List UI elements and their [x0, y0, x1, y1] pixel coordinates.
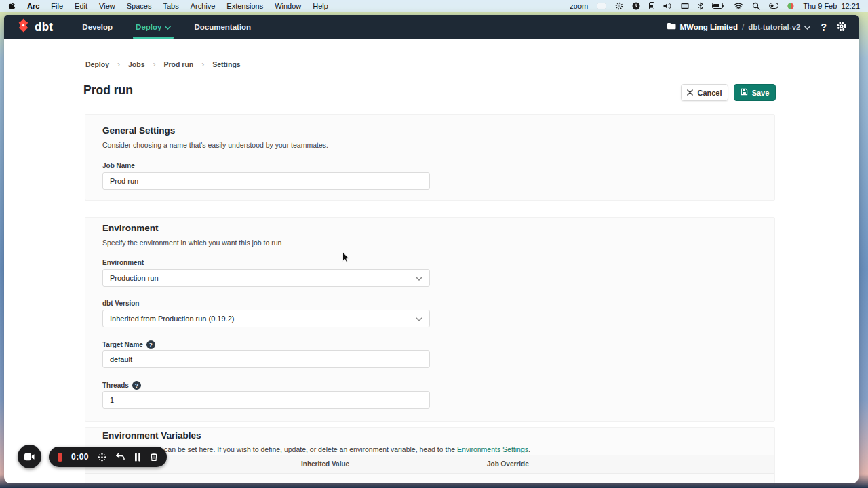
- breadcrumb-prod-run[interactable]: Prod run: [164, 60, 194, 68]
- account-project-switcher[interactable]: MWong Limited / dbt-tutorial-v2: [667, 22, 811, 31]
- account-name: MWong Limited: [680, 23, 738, 31]
- undo-icon[interactable]: [115, 453, 125, 461]
- column-header-job-override: Job Override: [487, 460, 529, 468]
- target-name-label: Target Name ?: [102, 340, 155, 349]
- camera-toggle-button[interactable]: [18, 445, 41, 468]
- job-name-input[interactable]: Prod run: [102, 172, 430, 190]
- settings-gear-icon[interactable]: [837, 22, 846, 33]
- menu-item-spaces[interactable]: Spaces: [127, 2, 152, 10]
- draw-tools-icon[interactable]: [98, 453, 106, 462]
- recording-timer: 0:00: [71, 452, 89, 462]
- nav-item-deploy[interactable]: Deploy: [124, 15, 182, 39]
- stop-recording-button[interactable]: [58, 453, 62, 462]
- general-settings-section: General Settings Consider choosing a nam…: [85, 114, 775, 201]
- chevron-down-icon: [165, 23, 171, 31]
- menu-item-window[interactable]: Window: [275, 2, 301, 10]
- page-title: Prod run: [83, 83, 133, 98]
- dbt-logo-icon: [16, 18, 31, 36]
- trash-icon[interactable]: [150, 452, 158, 462]
- x-icon: [687, 89, 693, 97]
- env-vars-table-header: Inherited Value Job Override: [85, 455, 774, 474]
- menu-item-file[interactable]: File: [51, 2, 63, 10]
- environment-select[interactable]: Production run: [102, 269, 430, 287]
- chevron-down-icon: [416, 274, 422, 282]
- section-heading: General Settings: [102, 125, 175, 136]
- bluetooth-icon[interactable]: [698, 2, 703, 10]
- stats-icon[interactable]: [649, 2, 654, 9]
- target-name-input[interactable]: default: [102, 350, 430, 368]
- breadcrumb-separator: ›: [117, 60, 120, 69]
- dbt-navbar: dbt Develop Deploy Documentation MWong L…: [4, 15, 859, 39]
- nav-item-documentation[interactable]: Documentation: [182, 15, 262, 39]
- breadcrumb: Deploy › Jobs › Prod run › Settings: [85, 60, 241, 69]
- search-icon[interactable]: [752, 2, 760, 10]
- threads-label: Threads ?: [102, 381, 141, 390]
- account-project-separator: /: [742, 23, 744, 31]
- chevron-down-icon: [416, 314, 422, 323]
- section-description: Specify the environment in which you wan…: [102, 239, 281, 247]
- breadcrumb-jobs[interactable]: Jobs: [128, 60, 145, 68]
- record-indicator-icon[interactable]: [787, 3, 794, 9]
- menu-item-tabs[interactable]: Tabs: [163, 2, 178, 10]
- environment-variables-section: Environment Variables Job-level override…: [85, 427, 775, 483]
- dbt-version-label: dbt Version: [102, 300, 139, 307]
- screen-mirroring-icon[interactable]: [597, 3, 606, 9]
- breadcrumb-separator: ›: [153, 60, 156, 69]
- folder-icon: [667, 22, 676, 31]
- breadcrumb-deploy[interactable]: Deploy: [85, 60, 109, 68]
- wifi-icon[interactable]: [734, 3, 743, 9]
- project-name: dbt-tutorial-v2: [748, 23, 800, 31]
- volume-icon[interactable]: [663, 3, 672, 9]
- menu-app-name[interactable]: Arc: [27, 2, 39, 10]
- section-description: Job-level overrides can be set here. If …: [102, 445, 530, 453]
- display-icon[interactable]: [681, 3, 689, 9]
- job-name-label: Job Name: [102, 162, 135, 169]
- menu-item-archive[interactable]: Archive: [191, 2, 216, 10]
- control-center-icon[interactable]: [769, 3, 778, 9]
- breadcrumb-settings: Settings: [212, 60, 240, 68]
- menu-clock[interactable]: Thu 9 Feb 12:21: [803, 2, 860, 10]
- threads-help-icon[interactable]: ?: [132, 381, 141, 390]
- battery-icon[interactable]: [712, 3, 725, 9]
- environment-section: Environment Specify the environment in w…: [85, 217, 775, 422]
- threads-input[interactable]: 1: [102, 391, 430, 409]
- menu-item-extensions[interactable]: Extensions: [226, 2, 263, 10]
- environments-settings-link[interactable]: Environments Settings: [457, 445, 528, 453]
- clock-icon[interactable]: [632, 2, 640, 10]
- gear-icon[interactable]: [615, 2, 623, 10]
- dbt-logo-text: dbt: [35, 20, 53, 34]
- zoom-menu-label[interactable]: zoom: [570, 2, 588, 10]
- nav-item-develop[interactable]: Develop: [71, 15, 124, 39]
- menu-item-help[interactable]: Help: [313, 2, 328, 10]
- cancel-button[interactable]: Cancel: [681, 84, 728, 101]
- save-button[interactable]: Save: [734, 84, 776, 101]
- pause-icon[interactable]: [134, 453, 141, 462]
- section-description: Consider choosing a name that's easily u…: [102, 141, 328, 149]
- browser-window: dbt Develop Deploy Documentation MWong L…: [4, 15, 859, 483]
- environment-label: Environment: [102, 259, 144, 266]
- chevron-down-icon: [804, 23, 810, 31]
- section-heading: Environment Variables: [102, 430, 201, 441]
- save-disk-icon: [741, 88, 748, 97]
- apple-menu-icon[interactable]: [8, 1, 16, 10]
- breadcrumb-separator: ›: [201, 60, 204, 69]
- desktop: Arc File Edit View Spaces Tabs Archive E…: [0, 0, 868, 488]
- column-header-inherited-value: Inherited Value: [301, 460, 349, 468]
- section-heading: Environment: [102, 223, 159, 233]
- recording-toolbar: 0:00: [49, 447, 167, 467]
- dbt-version-select[interactable]: Inherited from Production run (0.19.2): [102, 310, 430, 327]
- menu-item-view[interactable]: View: [99, 2, 115, 10]
- macos-menu-bar: Arc File Edit View Spaces Tabs Archive E…: [0, 0, 868, 12]
- target-name-help-icon[interactable]: ?: [146, 340, 155, 349]
- help-icon[interactable]: ?: [821, 22, 827, 33]
- menu-item-edit[interactable]: Edit: [75, 2, 87, 10]
- dbt-logo[interactable]: dbt: [4, 18, 64, 36]
